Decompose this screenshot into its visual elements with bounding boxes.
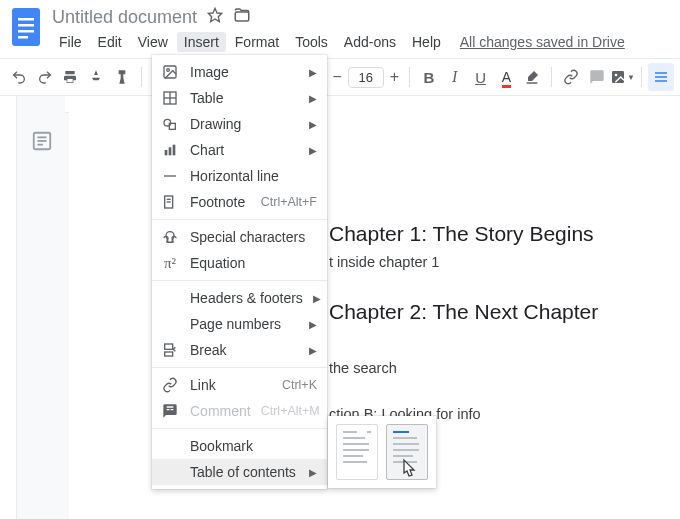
none-icon bbox=[160, 436, 180, 456]
highlight-color-button[interactable] bbox=[519, 63, 545, 91]
svg-marker-5 bbox=[208, 8, 221, 21]
menu-shortcut: Ctrl+Alt+M bbox=[261, 404, 320, 418]
svg-rect-7 bbox=[612, 71, 624, 83]
paragraph-1[interactable]: t inside chapter 1 bbox=[329, 254, 598, 270]
submenu-arrow-icon: ▶ bbox=[309, 67, 317, 78]
menu-item-label: Image bbox=[190, 64, 299, 80]
insert-drawing[interactable]: Drawing▶ bbox=[152, 111, 327, 137]
menu-item-label: Table of contents bbox=[190, 464, 299, 480]
menu-separator bbox=[152, 428, 327, 429]
italic-button[interactable]: I bbox=[442, 63, 468, 91]
submenu-arrow-icon: ▶ bbox=[309, 93, 317, 104]
save-status[interactable]: All changes saved in Drive bbox=[460, 34, 625, 50]
move-icon[interactable] bbox=[233, 6, 251, 28]
menu-item-label: Table bbox=[190, 90, 299, 106]
submenu-arrow-icon: ▶ bbox=[313, 293, 321, 304]
docs-logo-icon[interactable] bbox=[8, 4, 44, 52]
svg-rect-9 bbox=[655, 72, 667, 73]
underline-button[interactable]: U bbox=[468, 63, 494, 91]
menu-separator bbox=[152, 219, 327, 220]
undo-button[interactable] bbox=[6, 63, 32, 91]
chart-icon bbox=[160, 140, 180, 160]
comment-icon bbox=[160, 401, 180, 421]
menu-help[interactable]: Help bbox=[405, 32, 448, 52]
document-outline-icon[interactable] bbox=[31, 130, 53, 152]
submenu-arrow-icon: ▶ bbox=[309, 119, 317, 130]
svg-point-8 bbox=[615, 74, 618, 77]
insert-chart[interactable]: Chart▶ bbox=[152, 137, 327, 163]
menu-add-ons[interactable]: Add-ons bbox=[337, 32, 403, 52]
insert-link[interactable]: LinkCtrl+K bbox=[152, 372, 327, 398]
toolbar: − 16 + B I U A ▼ bbox=[0, 58, 680, 96]
svg-rect-11 bbox=[655, 80, 667, 81]
toolbar-separator bbox=[409, 67, 410, 87]
insert-table[interactable]: Table▶ bbox=[152, 85, 327, 111]
svg-rect-30 bbox=[165, 344, 173, 349]
menu-item-label: Break bbox=[190, 342, 299, 358]
menu-edit[interactable]: Edit bbox=[91, 32, 129, 52]
text-color-button[interactable]: A bbox=[493, 63, 519, 91]
paint-format-button[interactable] bbox=[109, 63, 135, 91]
svg-rect-1 bbox=[18, 18, 34, 21]
menu-shortcut: Ctrl+Alt+F bbox=[261, 195, 317, 209]
insert-horizontal-line[interactable]: Horizontal line bbox=[152, 163, 327, 189]
none-icon bbox=[160, 462, 180, 482]
spellcheck-button[interactable] bbox=[83, 63, 109, 91]
heading-chapter-1[interactable]: Chapter 1: The Story Begins bbox=[329, 222, 598, 246]
document-title[interactable]: Untitled document bbox=[52, 7, 197, 28]
menu-item-label: Link bbox=[190, 377, 272, 393]
font-size-control[interactable]: − 16 + bbox=[328, 67, 403, 88]
menu-item-label: Bookmark bbox=[190, 438, 317, 454]
insert-equation[interactable]: π²Equation bbox=[152, 250, 327, 276]
svg-rect-31 bbox=[165, 352, 173, 356]
svg-rect-23 bbox=[165, 150, 168, 155]
font-size-value[interactable]: 16 bbox=[348, 67, 384, 88]
submenu-arrow-icon: ▶ bbox=[309, 467, 317, 478]
menu-view[interactable]: View bbox=[131, 32, 175, 52]
toc-option-plain[interactable] bbox=[336, 424, 378, 480]
none-icon bbox=[160, 288, 180, 308]
bold-button[interactable]: B bbox=[416, 63, 442, 91]
insert-bookmark[interactable]: Bookmark bbox=[152, 433, 327, 459]
menu-item-label: Chart bbox=[190, 142, 299, 158]
align-button[interactable] bbox=[648, 63, 674, 91]
insert-special-characters[interactable]: Special characters bbox=[152, 224, 327, 250]
footnote-icon bbox=[160, 192, 180, 212]
menu-separator bbox=[152, 367, 327, 368]
break-icon bbox=[160, 340, 180, 360]
insert-headers-footers[interactable]: Headers & footers▶ bbox=[152, 285, 327, 311]
submenu-arrow-icon: ▶ bbox=[309, 319, 317, 330]
menu-item-label: Horizontal line bbox=[190, 168, 317, 184]
menu-item-label: Footnote bbox=[190, 194, 251, 210]
heading-chapter-2[interactable]: Chapter 2: The Next Chapter bbox=[329, 300, 598, 324]
insert-link-button[interactable] bbox=[558, 63, 584, 91]
svg-rect-10 bbox=[655, 76, 667, 77]
insert-menu-dropdown: Image▶Table▶Drawing▶Chart▶Horizontal lin… bbox=[152, 55, 327, 489]
insert-break[interactable]: Break▶ bbox=[152, 337, 327, 363]
menu-item-label: Special characters bbox=[190, 229, 317, 245]
menu-format[interactable]: Format bbox=[228, 32, 286, 52]
menu-file[interactable]: File bbox=[52, 32, 89, 52]
svg-rect-25 bbox=[173, 145, 176, 156]
star-icon[interactable] bbox=[207, 7, 223, 27]
increase-font-icon[interactable]: + bbox=[390, 68, 399, 86]
insert-table-of-contents[interactable]: Table of contents▶ bbox=[152, 459, 327, 485]
menu-item-label: Comment bbox=[190, 403, 251, 419]
menu-insert[interactable]: Insert bbox=[177, 32, 226, 52]
decrease-font-icon[interactable]: − bbox=[332, 68, 341, 86]
insert-footnote[interactable]: FootnoteCtrl+Alt+F bbox=[152, 189, 327, 215]
paragraph-2[interactable]: the search bbox=[329, 360, 598, 376]
link-icon bbox=[160, 375, 180, 395]
svg-rect-6 bbox=[235, 12, 249, 21]
drawing-icon bbox=[160, 114, 180, 134]
insert-page-numbers[interactable]: Page numbers▶ bbox=[152, 311, 327, 337]
redo-button[interactable] bbox=[32, 63, 58, 91]
insert-image[interactable]: Image▶ bbox=[152, 59, 327, 85]
toolbar-separator bbox=[141, 67, 142, 87]
vertical-ruler[interactable] bbox=[0, 96, 17, 519]
add-comment-button[interactable] bbox=[584, 63, 610, 91]
print-button[interactable] bbox=[58, 63, 84, 91]
submenu-arrow-icon: ▶ bbox=[309, 345, 317, 356]
insert-image-button[interactable]: ▼ bbox=[610, 63, 636, 91]
menu-tools[interactable]: Tools bbox=[288, 32, 335, 52]
